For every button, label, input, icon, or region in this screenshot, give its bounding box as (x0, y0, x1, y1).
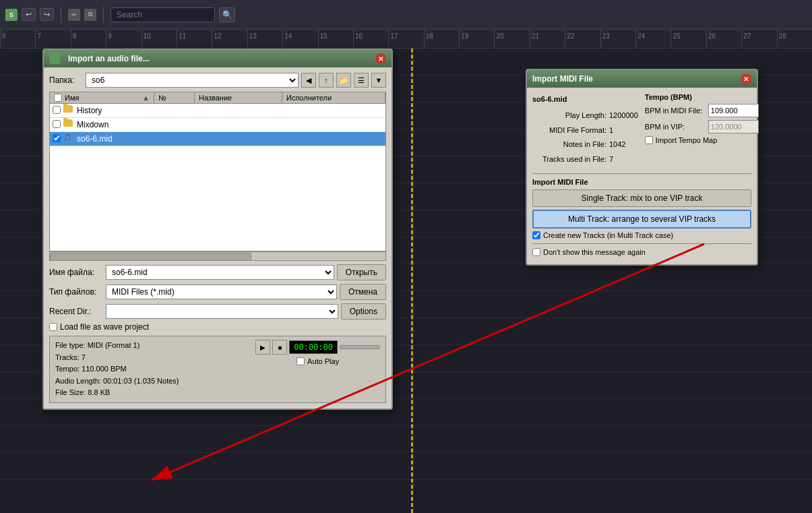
bpm-midi-label: BPM in MIDI File: (645, 107, 706, 115)
file-checkbox[interactable] (53, 120, 61, 128)
file-list-scrollbar[interactable] (49, 251, 386, 261)
recentdir-label: Recent Dir.: (49, 307, 103, 316)
bpm-vip-row: BPM in VIP: (645, 120, 759, 133)
play-length-label: Play Length: (532, 109, 606, 123)
midi-info-row: so6-6.mid Play Length: 1200000 MIDI File… (532, 93, 751, 168)
import-audio-body: Папка: so6 ◀ ↑ 📁 ☰ ▼ Имя ▲ № Название (44, 67, 392, 409)
bpm-midi-input[interactable] (708, 104, 759, 117)
create-tracks-checkbox[interactable] (532, 231, 540, 239)
file-checkbox[interactable] (53, 106, 61, 114)
timeline-ruler: 6 7 8 9 10 11 12 13 14 15 16 17 18 19 20… (0, 30, 812, 49)
time-display: 00:00:00 (289, 340, 338, 354)
search-input[interactable]: Search (111, 7, 215, 22)
filename-label: Имя файла: (49, 268, 103, 277)
ruler-marks: 6 7 8 9 10 11 12 13 14 15 16 17 18 19 20… (0, 30, 812, 48)
import-midi-close-btn[interactable]: ✕ (741, 73, 751, 84)
undo-btn[interactable]: ↩ (22, 8, 36, 21)
import-tempo-row: Import Tempo Map (645, 136, 759, 144)
folder-icon (63, 119, 73, 127)
create-tracks-row: Create new Tracks (in Multi Track case) (532, 231, 751, 239)
scrollbar-thumb[interactable] (50, 253, 251, 261)
list-item-selected[interactable]: 🎵 so6-6.mid (50, 132, 385, 146)
tracks-label: Tracks used in File: (532, 153, 606, 167)
toolbar: S ↩ ↪ ✂ ⧉ Search 🔍 (0, 0, 812, 30)
tracks-info: Tracks: 7 (55, 352, 179, 364)
import-audio-close-btn[interactable]: ✕ (375, 53, 386, 64)
single-track-btn[interactable]: Single Track: mix to one VIP track (532, 189, 751, 207)
filename-input[interactable]: so6-6.mid (106, 265, 334, 280)
ruler-mark: 14 (282, 30, 317, 48)
notes-value: 1042 (609, 138, 625, 152)
col-name: Имя ▲ (50, 92, 154, 103)
cut-icon[interactable]: ✂ (68, 9, 80, 21)
nav-dropdown-btn[interactable]: ▼ (371, 73, 386, 88)
filetype-select[interactable]: MIDI Files (*.mid) (106, 284, 337, 299)
copy-icon[interactable]: ⧉ (84, 9, 96, 21)
autoplay-checkbox[interactable] (296, 357, 305, 365)
ruler-mark: 21 (530, 30, 565, 48)
multi-track-btn[interactable]: Multi Track: arrange to several VIP trac… (532, 210, 751, 229)
autoplay-label: Auto Play (307, 357, 339, 365)
list-item[interactable]: Mixdown (50, 118, 385, 132)
bpm-midi-row: BPM in MIDI File: (645, 104, 759, 117)
ruler-mark: 27 (741, 30, 776, 48)
col-title: Название (195, 92, 282, 103)
ruler-mark: 6 (0, 30, 35, 48)
folder-label: Папка: (49, 76, 83, 85)
midi-info-left: so6-6.mid Play Length: 1200000 MIDI File… (532, 93, 638, 168)
folder-row: Папка: so6 ◀ ↑ 📁 ☰ ▼ (49, 73, 386, 88)
play-btn[interactable]: ▶ (255, 340, 270, 355)
audio-length-info: Audio Length: 00:01:03 (1.035 Notes) (55, 375, 179, 388)
list-item[interactable]: History (50, 104, 385, 118)
file-info-right: ▶ ■ 00:00:00 Auto Play (255, 340, 380, 365)
midi-divider2 (532, 243, 751, 244)
import-tempo-checkbox[interactable] (645, 136, 653, 144)
open-btn[interactable]: Открыть (337, 264, 386, 280)
ruler-mark: 12 (212, 30, 247, 48)
file-list-header: Имя ▲ № Название Исполнители (49, 92, 386, 103)
stop-btn[interactable]: ■ (272, 340, 287, 355)
file-name: Mixdown (77, 120, 171, 129)
ruler-mark: 25 (670, 30, 706, 48)
dont-show-row: Don't show this message again (532, 248, 751, 256)
recentdir-row: Recent Dir.: Options (49, 303, 386, 320)
nav-new-btn[interactable]: 📁 (336, 73, 351, 88)
file-name: History (77, 106, 171, 115)
col-artist: Исполнители (282, 92, 385, 103)
filetype-row: Тип файлов: MIDI Files (*.mid) Отмена (49, 284, 386, 300)
ruler-mark: 17 (388, 30, 423, 48)
import-audio-titlebar: Import an audio file... ✕ (44, 50, 392, 67)
midi-filename: so6-6.mid (532, 93, 638, 107)
ruler-mark: 9 (106, 30, 141, 48)
import-audio-title: Import an audio file... (68, 54, 150, 63)
nav-up-btn[interactable]: ↑ (319, 73, 334, 88)
file-checkbox[interactable] (53, 134, 61, 142)
import-midi-section-label: Import MIDI File (532, 178, 751, 186)
file-list[interactable]: History Mixdown 🎵 so6-6.mid (49, 103, 386, 251)
folder-select[interactable]: so6 (86, 73, 299, 88)
load-wave-checkbox[interactable] (49, 323, 57, 331)
ruler-mark: 11 (177, 30, 212, 48)
folder-icon (63, 105, 73, 113)
bpm-vip-input (708, 120, 759, 133)
select-all-checkbox[interactable] (54, 94, 62, 102)
import-tempo-label: Import Tempo Map (656, 136, 718, 144)
import-midi-title: Import MIDI File (532, 74, 593, 84)
nav-back-btn[interactable]: ◀ (301, 73, 316, 88)
track-row (0, 426, 812, 453)
redo-btn[interactable]: ↪ (40, 8, 54, 21)
nav-view-btn[interactable]: ☰ (354, 73, 369, 88)
dont-show-checkbox[interactable] (532, 248, 540, 256)
ruler-mark: 15 (318, 30, 353, 48)
options-btn[interactable]: Options (341, 303, 386, 320)
recentdir-select[interactable] (106, 304, 338, 319)
volume-slider[interactable] (340, 345, 380, 349)
tracks-value: 7 (609, 153, 613, 167)
ruler-mark: 10 (142, 30, 177, 48)
search-button[interactable]: 🔍 (219, 7, 235, 22)
autoplay-row: Auto Play (296, 357, 339, 365)
ruler-mark: 26 (706, 30, 741, 48)
cancel-btn[interactable]: Отмена (340, 284, 386, 300)
ruler-mark: 28 (777, 30, 812, 48)
ruler-mark: 13 (247, 30, 282, 48)
